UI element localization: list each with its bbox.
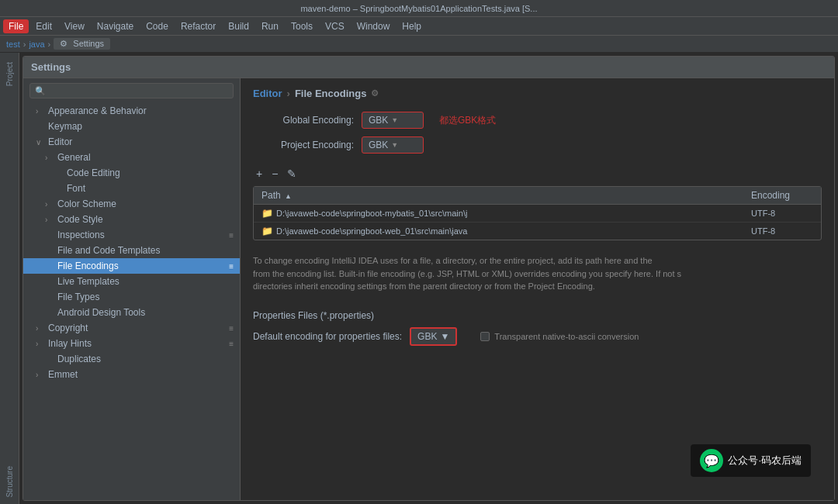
menu-tools[interactable]: Tools [286,19,318,33]
table-row[interactable]: 📁 D:\javaweb-code\springboot-web_01\src\… [254,223,821,240]
remove-path-button[interactable]: − [268,166,281,181]
sidebar-label-inlay-hints: Inlay Hints [48,338,92,349]
project-encoding-label: Project Encoding: [253,140,354,150]
table-row[interactable]: 📁 D:\javaweb-code\springboot-mybatis_01\… [254,205,821,223]
breadcrumb-java[interactable]: java [29,40,44,49]
sidebar-item-android-design-tools[interactable]: › Android Design Tools [23,305,240,320]
table-toolbar: + − ✎ [253,166,822,181]
expand-arrow: › [45,216,54,224]
sidebar-item-duplicates[interactable]: › Duplicates [23,351,240,367]
sidebar-item-file-code-templates[interactable]: › File and Code Templates [23,243,240,258]
project-encoding-select[interactable]: GBK ▼ [362,136,424,154]
properties-title: Properties Files (*.properties) [253,310,822,321]
sidebar-label-appearance-behavior: Appearance & Behavior [48,105,147,116]
sidebar-item-copyright[interactable]: › Copyright ≡ [23,320,240,336]
expand-arrow: › [45,154,54,162]
sidebar-item-appearance-behavior[interactable]: › Appearance & Behavior [23,103,240,119]
path-value-1: D:\javaweb-code\springboot-mybatis_01\sr… [276,209,467,218]
menu-help[interactable]: Help [396,19,427,33]
expand-arrow: › [36,107,45,116]
sidebar-item-live-templates[interactable]: › Live Templates [23,274,240,289]
sidebar-label-code-style: Code Style [57,214,103,225]
path-cell-1: 📁 D:\javaweb-code\springboot-mybatis_01\… [254,205,743,222]
menu-window[interactable]: Window [351,19,396,33]
settings-title-bar: Settings [23,57,834,78]
encoding-cell-2: UTF-8 [743,223,821,239]
search-box[interactable]: 🔍 [29,83,234,98]
breadcrumb-test[interactable]: test [6,40,20,49]
menu-refactor[interactable]: Refactor [175,19,221,33]
info-text: To change encoding IntelliJ IDEA uses fo… [253,250,822,298]
header-encoding: Encoding [743,187,821,204]
settings-sidebar: 🔍 › Appearance & Behavior › Keymap ∨ Edi… [23,78,241,500]
watermark-icon: 💬 [700,449,723,472]
default-encoding-value: GBK [417,331,437,342]
sidebar-item-general[interactable]: › General [23,150,240,165]
menu-build[interactable]: Build [223,19,255,33]
title-bar: maven-demo – SpringbootMybatis01Applicat… [0,0,838,17]
project-encoding-row: Project Encoding: GBK ▼ [253,136,822,154]
watermark-text: 公众号·码农后端 [728,454,802,468]
folder-icon2: 📁 [261,226,273,236]
settings-title: Settings [31,61,71,73]
sidebar-label-copyright: Copyright [48,323,88,333]
sidebar-item-editor[interactable]: ∨ Editor [23,134,240,150]
sidebar-item-color-scheme[interactable]: › Color Scheme [23,196,240,212]
sidebar-item-inlay-hints[interactable]: › Inlay Hints ≡ [23,336,240,351]
sidebar-item-font[interactable]: › Font [23,181,240,196]
sidebar-item-code-editing[interactable]: › Code Editing [23,165,240,181]
menu-view[interactable]: View [59,19,90,33]
menu-code[interactable]: Code [140,19,174,33]
structure-strip-label: Structure [5,466,14,498]
sidebar-item-keymap[interactable]: › Keymap [23,119,240,134]
menu-navigate[interactable]: Navigate [92,19,139,33]
sidebar-label-file-code-templates: File and Code Templates [57,245,161,256]
content-breadcrumb: Editor › File Encodings ⚙ [253,88,822,99]
sort-arrow-icon: ▲ [285,192,292,200]
settings-badge[interactable]: ⚙ Settings [54,38,110,50]
menu-run[interactable]: Run [256,19,284,33]
dropdown-arrow-icon: ▼ [391,116,398,124]
global-encoding-label: Global Encoding: [253,115,354,126]
path-cell-2: 📁 D:\javaweb-code\springboot-web_01\src\… [254,223,743,240]
menu-vcs[interactable]: VCS [320,19,350,33]
transparent-checkbox[interactable] [480,332,490,341]
add-path-button[interactable]: + [253,166,265,181]
sidebar-label-file-types: File Types [57,292,99,302]
sidebar-item-code-style[interactable]: › Code Style [23,212,240,227]
sidebar-label-color-scheme: Color Scheme [57,198,116,209]
left-panel-strip: Project Structure [0,53,19,504]
menu-bar: File Edit View Navigate Code Refactor Bu… [0,17,838,36]
copyright-indicator: ≡ [229,324,234,333]
search-input[interactable] [49,85,228,96]
menu-file[interactable]: File [3,19,29,33]
breadcrumb-separator: › [23,40,26,49]
table-header: Path ▲ Encoding [254,187,821,205]
properties-row: Default encoding for properties files: G… [253,327,822,346]
sidebar-label-inspections: Inspections [57,230,105,240]
sidebar-label-duplicates: Duplicates [57,354,101,364]
menu-edit[interactable]: Edit [30,19,57,33]
breadcrumb-bar: test › java › ⚙ Settings [0,36,838,53]
sidebar-label-android-design-tools: Android Design Tools [57,307,145,318]
sidebar-label-live-templates: Live Templates [57,276,119,287]
path-value-2: D:\javaweb-code\springboot-web_01\src\ma… [276,226,467,236]
sidebar-label-file-encodings: File Encodings [57,261,119,271]
expand-arrow: ∨ [36,138,45,147]
global-encoding-select[interactable]: GBK ▼ [362,112,424,129]
watermark: 💬 公众号·码农后端 [691,444,811,477]
title-text: maven-demo – SpringbootMybatis01Applicat… [6,4,832,13]
sidebar-item-emmet[interactable]: › Emmet [23,367,240,382]
default-encoding-select[interactable]: GBK ▼ [410,327,457,346]
settings-icon: ⚙ [60,39,68,48]
sidebar-item-inspections[interactable]: › Inspections ≡ [23,227,240,243]
header-path-label: Path [261,190,281,201]
breadcrumb-editor[interactable]: Editor [253,88,282,99]
sidebar-item-file-encodings[interactable]: › File Encodings ≡ [23,258,240,274]
annotation-text: 都选GBK格式 [439,114,496,127]
encoding-section: Global Encoding: GBK ▼ 都选GBK格式 Project E… [253,112,822,154]
edit-path-button[interactable]: ✎ [284,166,300,181]
dropdown-arrow-icon3: ▼ [440,331,449,342]
folder-icon: 📁 [261,208,273,219]
sidebar-item-file-types[interactable]: › File Types [23,289,240,305]
